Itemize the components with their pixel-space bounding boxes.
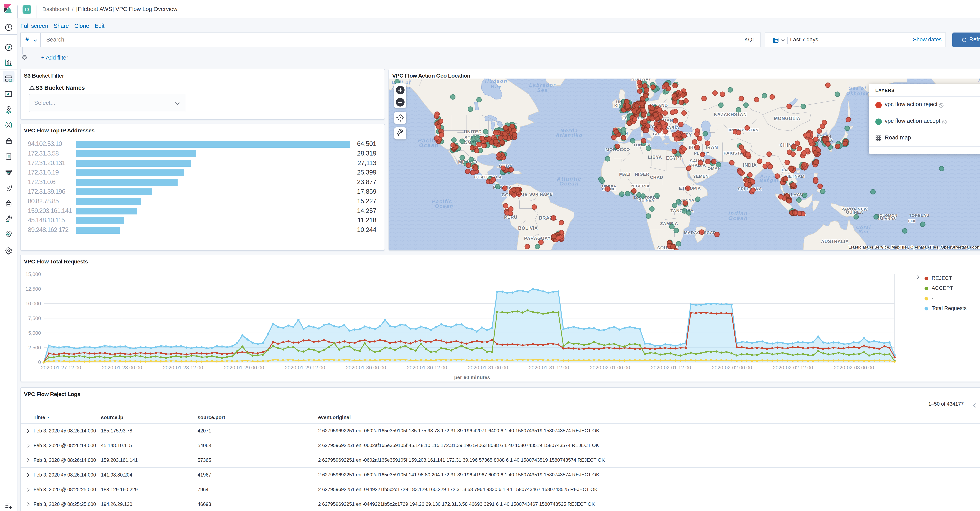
svg-text:Pacific: Pacific (978, 79, 980, 83)
svg-text:BOLIVIA: BOLIVIA (518, 225, 538, 231)
svg-text:2020-01-30 12:00: 2020-01-30 12:00 (407, 365, 447, 371)
svg-text:ZAMBIA: ZAMBIA (660, 221, 678, 226)
svg-text:EGYPT: EGYPT (666, 156, 682, 160)
svg-text:Hudson: Hudson (485, 79, 508, 84)
svg-text:15,000: 15,000 (25, 271, 41, 277)
svg-text:GUINEA: GUINEA (846, 210, 863, 214)
svg-text:INDIA: INDIA (743, 162, 757, 168)
svg-text:YEMEN: YEMEN (693, 174, 709, 178)
svg-text:AFRICA: AFRICA (656, 250, 674, 251)
svg-text:2020-02-03 00:00: 2020-02-03 00:00 (834, 365, 874, 371)
svg-text:12,500: 12,500 (25, 286, 41, 292)
svg-text:CHAD: CHAD (650, 175, 663, 180)
svg-text:PARAGUAY: PARAGUAY (524, 236, 551, 241)
svg-text:TOKELAU: TOKELAU (909, 213, 929, 217)
svg-text:2020-01-31 00:00: 2020-01-31 00:00 (468, 365, 508, 371)
svg-text:2020-01-28 00:00: 2020-01-28 00:00 (102, 365, 142, 371)
svg-text:5,000: 5,000 (28, 330, 41, 336)
svg-text:LIBYA: LIBYA (648, 155, 662, 160)
svg-text:UNITED: UNITED (464, 129, 482, 134)
svg-text:Bay: Bay (491, 84, 502, 89)
svg-text:NIGER: NIGER (635, 172, 649, 177)
svg-text:Atlantiko: Atlantiko (555, 132, 583, 138)
svg-text:Ocean: Ocean (435, 203, 453, 209)
svg-text:10,000: 10,000 (25, 301, 41, 306)
svg-text:FIJI: FIJI (908, 219, 915, 223)
svg-text:ISLANDS: ISLANDS (878, 217, 896, 221)
svg-text:Bengal: Bengal (759, 178, 779, 183)
svg-text:Okhotsk: Okhotsk (846, 91, 869, 96)
svg-text:2020-02-02 00:00: 2020-02-02 00:00 (712, 365, 752, 371)
svg-text:2020-01-28 12:00: 2020-01-28 12:00 (163, 365, 203, 371)
svg-text:Sea of: Sea of (849, 86, 867, 91)
svg-text:AUSTRALIA: AUSTRALIA (821, 239, 849, 244)
svg-text:Elastic Maps Service, MapTiler: Elastic Maps Service, MapTiler, OpenMapT… (848, 245, 980, 249)
svg-text:Ocean: Ocean (559, 181, 579, 187)
svg-text:2020-02-01 12:00: 2020-02-01 12:00 (651, 365, 691, 371)
svg-text:Sea: Sea (537, 87, 548, 93)
svg-text:7,500: 7,500 (28, 315, 41, 321)
svg-text:2020-01-30 00:00: 2020-01-30 00:00 (346, 365, 386, 371)
svg-text:NIGERIA: NIGERIA (631, 184, 650, 188)
svg-text:GUINEA: GUINEA (639, 198, 654, 202)
svg-text:2020-02-02 12:00: 2020-02-02 12:00 (773, 365, 813, 371)
svg-text:Ocean: Ocean (419, 142, 439, 148)
svg-text:Ocean: Ocean (728, 215, 748, 221)
svg-text:GREECE: GREECE (653, 132, 671, 136)
svg-text:MALI: MALI (619, 172, 630, 177)
svg-text:2,500: 2,500 (28, 345, 41, 351)
svg-text:per 60 minutes: per 60 minutes (454, 375, 490, 380)
svg-text:2020-01-29 12:00: 2020-01-29 12:00 (285, 365, 325, 371)
svg-text:Sea: Sea (859, 229, 869, 234)
svg-text:2020-01-27 12:00: 2020-01-27 12:00 (41, 365, 81, 371)
svg-text:2020-02-01 00:00: 2020-02-01 00:00 (590, 365, 630, 371)
svg-text:KAZAKHSTAN: KAZAKHSTAN (714, 112, 747, 117)
svg-text:0: 0 (38, 359, 41, 365)
svg-text:2020-01-31 12:00: 2020-01-31 12:00 (529, 365, 569, 371)
svg-text:MONGOLIA: MONGOLIA (774, 116, 800, 121)
svg-text:2020-01-29 00:00: 2020-01-29 00:00 (224, 365, 264, 371)
svg-text:SURINAME: SURINAME (529, 192, 553, 197)
